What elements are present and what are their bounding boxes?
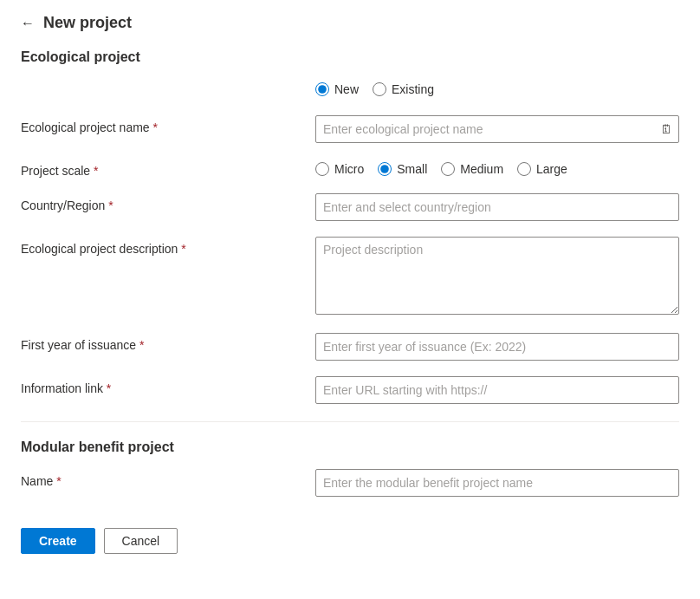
- radio-large-input[interactable]: [517, 162, 531, 176]
- radio-small-option[interactable]: Small: [378, 162, 427, 176]
- first-year-wrap: [315, 333, 679, 361]
- info-link-input[interactable]: [315, 376, 679, 404]
- new-existing-row: New Existing: [21, 79, 679, 100]
- new-existing-radio-group: New Existing: [315, 79, 679, 96]
- create-button[interactable]: Create: [21, 528, 95, 554]
- modular-section-title: Modular benefit project: [21, 439, 679, 455]
- eco-project-name-wrap: 🗓: [315, 115, 679, 143]
- eco-description-wrap: [315, 237, 679, 317]
- new-existing-controls: New Existing: [315, 79, 679, 100]
- radio-medium-input[interactable]: [441, 162, 455, 176]
- cancel-button[interactable]: Cancel: [104, 528, 178, 554]
- country-region-row: Country/Region *: [21, 193, 679, 221]
- required-star-country: *: [108, 199, 113, 212]
- required-star: *: [153, 120, 158, 134]
- new-existing-spacer: [21, 79, 315, 84]
- ecological-section-title: Ecological project: [21, 49, 679, 65]
- page-title: New project: [43, 14, 132, 32]
- radio-micro-input[interactable]: [315, 162, 329, 176]
- radio-micro-label: Micro: [334, 162, 364, 176]
- radio-new-option[interactable]: New: [315, 82, 359, 96]
- required-star-scale: *: [94, 164, 98, 178]
- radio-existing-label: Existing: [392, 82, 434, 96]
- required-star-modular-name: *: [56, 474, 61, 488]
- modular-name-row: Name *: [21, 469, 679, 497]
- radio-large-label: Large: [536, 162, 567, 176]
- back-arrow-icon: ←: [21, 16, 35, 31]
- country-region-label: Country/Region *: [21, 193, 315, 212]
- eco-project-name-row: Ecological project name * 🗓: [21, 115, 679, 143]
- country-region-wrap: [315, 193, 679, 221]
- radio-new-label: New: [334, 82, 359, 96]
- back-button[interactable]: ←: [21, 16, 35, 31]
- first-year-label: First year of issuance *: [21, 333, 315, 352]
- modular-name-label: Name *: [21, 469, 315, 488]
- radio-medium-option[interactable]: Medium: [441, 162, 503, 176]
- country-region-input[interactable]: [315, 193, 679, 221]
- info-link-label: Information link *: [21, 376, 315, 395]
- modular-section: Modular benefit project Name *: [21, 439, 679, 497]
- eco-description-label: Ecological project description *: [21, 237, 315, 256]
- radio-large-option[interactable]: Large: [517, 162, 567, 176]
- radio-micro-option[interactable]: Micro: [315, 162, 364, 176]
- radio-existing-input[interactable]: [373, 82, 386, 96]
- project-scale-label: Project scale *: [21, 159, 315, 178]
- ecological-section: Ecological project New Existing: [21, 49, 679, 404]
- section-divider: [21, 421, 679, 422]
- radio-small-label: Small: [397, 162, 427, 176]
- radio-medium-label: Medium: [460, 162, 503, 176]
- radio-new-input[interactable]: [315, 82, 329, 96]
- radio-existing-option[interactable]: Existing: [373, 82, 434, 96]
- eco-description-textarea[interactable]: [315, 237, 679, 315]
- first-year-input[interactable]: [315, 333, 679, 361]
- eco-project-name-label: Ecological project name *: [21, 115, 315, 134]
- eco-project-name-input-wrap: 🗓: [315, 115, 679, 143]
- info-link-row: Information link *: [21, 376, 679, 404]
- info-link-wrap: [315, 376, 679, 404]
- project-scale-row: Project scale * Micro Small Medium: [21, 159, 679, 178]
- scale-radio-group: Micro Small Medium Large: [315, 159, 679, 176]
- page-header: ← New project: [21, 14, 679, 32]
- modular-name-input[interactable]: [315, 469, 679, 497]
- radio-small-input[interactable]: [378, 162, 392, 176]
- modular-name-wrap: [315, 469, 679, 497]
- first-year-row: First year of issuance *: [21, 333, 679, 361]
- required-star-link: *: [107, 381, 111, 395]
- page-container: ← New project Ecological project New Exi…: [0, 0, 700, 575]
- eco-project-name-input[interactable]: [315, 115, 679, 143]
- eco-description-row: Ecological project description *: [21, 237, 679, 317]
- project-scale-wrap: Micro Small Medium Large: [315, 159, 679, 176]
- required-star-desc: *: [181, 242, 185, 256]
- required-star-year: *: [139, 338, 144, 352]
- footer-buttons: Create Cancel: [21, 518, 679, 554]
